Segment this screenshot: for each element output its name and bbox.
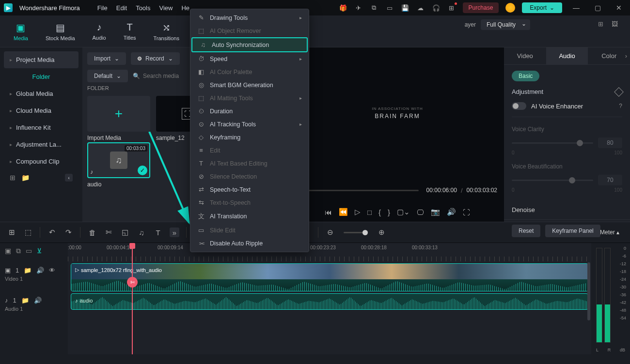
cut-icon[interactable]: ✄ — [127, 277, 138, 288]
denoise-header[interactable]: Denoise — [512, 200, 622, 213]
folder-icon[interactable]: 📁 — [21, 174, 30, 182]
stop-icon[interactable]: □ — [367, 208, 372, 216]
picture-icon[interactable]: 🖼 — [612, 20, 620, 29]
ctx-drawing-tools[interactable]: ✎Drawing Tools▸ — [190, 11, 309, 24]
headphones-icon[interactable]: 🎧 — [432, 3, 441, 12]
playhead[interactable]: ✄ — [132, 243, 133, 354]
more-tabs-icon[interactable]: › — [625, 52, 627, 60]
maximize-button[interactable]: ▢ — [590, 4, 605, 12]
split-icon[interactable]: ✄ — [104, 228, 113, 237]
select-mode-icon[interactable]: ⬚ — [23, 228, 33, 237]
tab-audio-props[interactable]: Audio — [546, 47, 588, 64]
ctx-ai-tracking-tools[interactable]: ⊙AI Tracking Tools▸ — [190, 118, 309, 131]
record-dropdown[interactable]: Record⌄ — [131, 52, 180, 65]
audio-track-header[interactable]: ♪1 📁 🔊 Audio 1 — [5, 290, 63, 318]
thumb-audio[interactable]: 00:03:03 ♫ ♪ ✓ audio — [87, 142, 150, 188]
clarity-slider[interactable] — [512, 142, 593, 144]
beautification-value[interactable]: 70 — [598, 175, 622, 185]
track-folder-icon[interactable]: 📁 — [21, 297, 29, 304]
grid-view-icon[interactable]: ⊞ — [598, 20, 607, 29]
timeline-tracks[interactable]: :00:00 00:00:04:19 00:00:09:14 00:00:14:… — [68, 243, 591, 354]
menu-help[interactable]: He — [180, 2, 190, 14]
gift-icon[interactable]: 🎁 — [339, 3, 347, 12]
fullscreen-icon[interactable]: ⛶ — [463, 208, 470, 216]
link-icon[interactable]: ⧉ — [16, 247, 21, 255]
audio-track[interactable]: ♪audio — [71, 293, 588, 311]
ctx-disable-auto-ripple[interactable]: ⫘Disable Auto Ripple — [190, 237, 309, 250]
ratio-icon[interactable]: ▢⌄ — [397, 208, 410, 216]
layout-icon[interactable]: ⊞ — [7, 228, 16, 237]
sidebar-item-adjustment-layer[interactable]: ▸Adjustment La... — [4, 136, 79, 153]
preview-viewport[interactable]: IN ASSOCIATION WITH BRAIN FARM — [291, 47, 504, 178]
undo-icon[interactable]: ↶ — [47, 228, 57, 237]
track-mute-icon[interactable]: 🔊 — [36, 267, 44, 274]
expand-tools-icon[interactable]: » — [170, 228, 179, 237]
basic-pill[interactable]: Basic — [512, 71, 539, 81]
menu-tools[interactable]: Tools — [135, 2, 151, 14]
close-button[interactable]: ✕ — [612, 4, 626, 12]
quality-select[interactable]: Full Quality — [481, 19, 530, 30]
track-visibility-icon[interactable]: 👁 — [49, 267, 55, 274]
export-button[interactable]: Export⌄ — [522, 2, 562, 13]
ctx-keyframing[interactable]: ◇Keyframing — [190, 131, 309, 144]
sidebar-item-folder[interactable]: Folder — [4, 68, 79, 85]
help-icon[interactable]: ? — [619, 103, 622, 109]
zoom-out-icon[interactable]: ⊖ — [325, 228, 335, 237]
tab-titles[interactable]: TTitles — [120, 20, 140, 43]
beautification-slider[interactable] — [512, 180, 593, 181]
prev-frame-icon[interactable]: ⏮ — [325, 208, 332, 216]
video-track-header[interactable]: ▣1 📁 🔊 👁 Video 1 — [5, 260, 63, 288]
sidebar-item-compound-clip[interactable]: ▸Compound Clip — [4, 153, 79, 170]
mark-in-icon[interactable]: { — [378, 208, 381, 216]
track-mute-icon[interactable]: 🔊 — [34, 297, 42, 304]
display-icon[interactable]: ▭ — [385, 3, 394, 12]
tab-video-props[interactable]: Video — [504, 47, 546, 64]
import-dropdown[interactable]: Import⌄ — [87, 52, 126, 65]
timeline-scrollbar[interactable] — [587, 262, 590, 320]
save-icon[interactable]: 💾 — [401, 3, 410, 12]
adjustment-header[interactable]: Adjustment — [512, 88, 622, 95]
zoom-slider[interactable] — [344, 232, 368, 233]
ctx-auto-synchronization[interactable]: ♫Auto Synchronization — [191, 37, 308, 52]
sidebar-item-project-media[interactable]: ▸Project Media — [4, 51, 79, 68]
display-mode-icon[interactable]: 🖵 — [417, 208, 424, 216]
video-clip[interactable]: ▷sample_1280x72 rfing_with_audio — [71, 263, 588, 291]
crop-icon[interactable]: ◱ — [120, 228, 130, 237]
timeline-ruler[interactable]: :00:00 00:00:04:19 00:00:09:14 00:00:14:… — [68, 243, 591, 261]
tab-color-props[interactable]: Color — [588, 47, 630, 64]
sidebar-item-global-media[interactable]: ▸Global Media — [4, 85, 79, 102]
lock-tracks-icon[interactable]: ▭ — [26, 247, 32, 255]
ctx-speech-to-text[interactable]: ⇄Speech-to-Text — [190, 183, 309, 196]
user-avatar[interactable] — [505, 3, 515, 13]
mark-out-icon[interactable]: } — [388, 208, 390, 216]
thumb-import[interactable]: + Import Media — [87, 96, 150, 141]
keyframe-panel-button[interactable]: Keyframe Panel — [545, 225, 600, 237]
track-folder-icon[interactable]: 📁 — [24, 267, 32, 274]
audio-clip[interactable]: ♪audio — [71, 293, 588, 310]
preview-scrubber[interactable] — [301, 190, 419, 191]
menu-file[interactable]: File — [96, 2, 109, 14]
tab-audio[interactable]: ♪Audio — [89, 20, 110, 43]
volume-icon[interactable]: 🔊 — [447, 208, 456, 216]
new-folder-icon[interactable]: ⊞ — [10, 174, 16, 182]
reset-button[interactable]: Reset — [512, 225, 540, 237]
magnet-icon[interactable]: ⊻ — [37, 247, 42, 255]
keyframe-diamond-icon[interactable] — [614, 87, 624, 97]
delete-icon[interactable]: 🗑 — [87, 228, 97, 237]
apps-icon[interactable]: ⊞ — [447, 3, 456, 12]
menu-view[interactable]: View — [158, 2, 173, 14]
send-icon[interactable]: ✈ — [354, 3, 363, 12]
snapshot-icon[interactable]: 📷 — [431, 208, 440, 216]
music-beat-icon[interactable]: ♫ — [137, 228, 146, 237]
zoom-in-icon[interactable]: ⊕ — [377, 228, 386, 237]
devices-icon[interactable]: ⧉ — [370, 3, 378, 12]
tab-transitions[interactable]: ⤭Transitions — [150, 20, 183, 43]
ctx-duration[interactable]: ⏲Duration — [190, 105, 309, 118]
menu-edit[interactable]: Edit — [115, 2, 128, 14]
tab-media[interactable]: ▣Media — [10, 20, 32, 43]
collapse-sidebar-button[interactable]: ‹ — [65, 174, 73, 182]
sort-dropdown[interactable]: Default⌄ — [87, 70, 128, 82]
clarity-value[interactable]: 80 — [598, 137, 622, 148]
text-icon[interactable]: T — [153, 228, 163, 237]
sidebar-item-influence-kit[interactable]: ▸Influence Kit — [4, 119, 79, 136]
